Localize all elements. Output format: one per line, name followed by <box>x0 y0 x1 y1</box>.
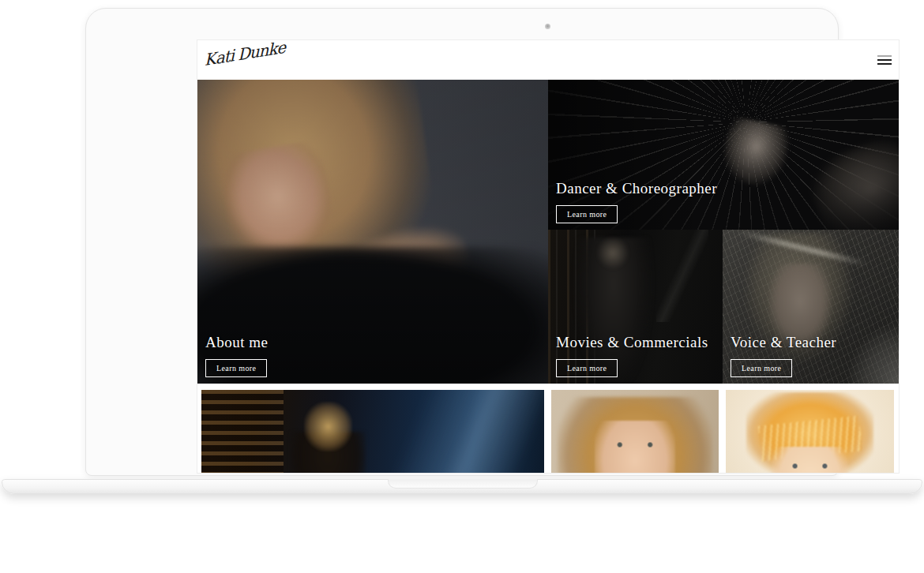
learn-more-button-dancer[interactable]: Learn more <box>556 205 618 223</box>
tile-caption: Dancer & Choreographer Learn more <box>556 180 717 223</box>
gallery-photo <box>551 390 719 473</box>
photo-gallery-row <box>197 390 899 473</box>
learn-more-button-movies[interactable]: Learn more <box>556 359 618 377</box>
logo-signature[interactable]: Kati Dunke <box>205 40 286 68</box>
tile-caption: Voice & Teacher Learn more <box>731 334 836 377</box>
tile-caption: Movies & Commercials Learn more <box>556 334 708 377</box>
gallery-photo-face <box>595 421 675 473</box>
learn-more-button-voice[interactable]: Learn more <box>731 359 792 377</box>
hamburger-menu-icon[interactable] <box>873 52 893 68</box>
gallery-photo <box>201 390 544 473</box>
gallery-image-1[interactable] <box>201 390 544 473</box>
hamburger-bar-top <box>877 55 892 57</box>
tile-voice-teacher: Voice & Teacher Learn more <box>723 230 899 384</box>
about-photo-shoulder <box>315 211 479 331</box>
laptop-mockup-scene: Kati Dunke <box>0 0 924 573</box>
laptop-lid: Kati Dunke <box>85 8 839 476</box>
gallery-photo <box>726 390 894 473</box>
gallery-photo-eyes <box>787 463 834 469</box>
tile-title: About me <box>205 334 268 351</box>
voice-photo-wheat-stalk <box>738 230 867 267</box>
tile-title: Dancer & Choreographer <box>556 180 717 197</box>
site-header: Kati Dunke <box>197 40 899 80</box>
movies-photo-hair <box>597 236 629 270</box>
gallery-photo-eyes <box>611 442 658 448</box>
tile-movies-commercials: Movies & Commercials Learn more <box>548 230 723 384</box>
dancer-photo-face <box>718 116 793 191</box>
gallery-photo-wood-slats <box>201 390 284 473</box>
voice-photo-bright-corner <box>846 322 899 384</box>
gallery-photo-figure <box>291 432 366 474</box>
hero-tile-grid: About me Learn more Dancer & Choreograph… <box>197 80 899 384</box>
laptop-base <box>2 479 922 494</box>
laptop-screen: Kati Dunke <box>197 40 899 473</box>
about-photo-hair <box>197 80 445 315</box>
gallery-image-2[interactable] <box>551 390 719 473</box>
gallery-photo-hair <box>746 392 874 473</box>
gallery-photo-fringe <box>758 415 862 461</box>
hamburger-bar-bottom <box>877 63 892 65</box>
about-photo-face <box>216 138 339 264</box>
gallery-photo-hair <box>558 397 712 473</box>
dancer-photo-hand <box>802 133 899 230</box>
hamburger-bar-middle <box>877 59 892 61</box>
tile-title: Voice & Teacher <box>731 334 836 351</box>
laptop-base-notch <box>388 479 538 489</box>
gallery-photo-spiky-hair <box>304 402 352 451</box>
movies-photo-light-streak <box>656 230 708 322</box>
gallery-image-3[interactable] <box>726 390 894 473</box>
webcam-dot <box>545 24 550 29</box>
tile-about-me: About me Learn more <box>197 80 548 384</box>
website-page: Kati Dunke <box>197 40 899 473</box>
tile-caption: About me Learn more <box>205 334 268 377</box>
gallery-photo-face <box>772 447 849 473</box>
tile-dancer-choreographer: Dancer & Choreographer Learn more <box>548 80 899 230</box>
tile-title: Movies & Commercials <box>556 334 708 351</box>
learn-more-button-about[interactable]: Learn more <box>205 359 267 377</box>
gallery-photo-blue-beam <box>374 390 544 473</box>
